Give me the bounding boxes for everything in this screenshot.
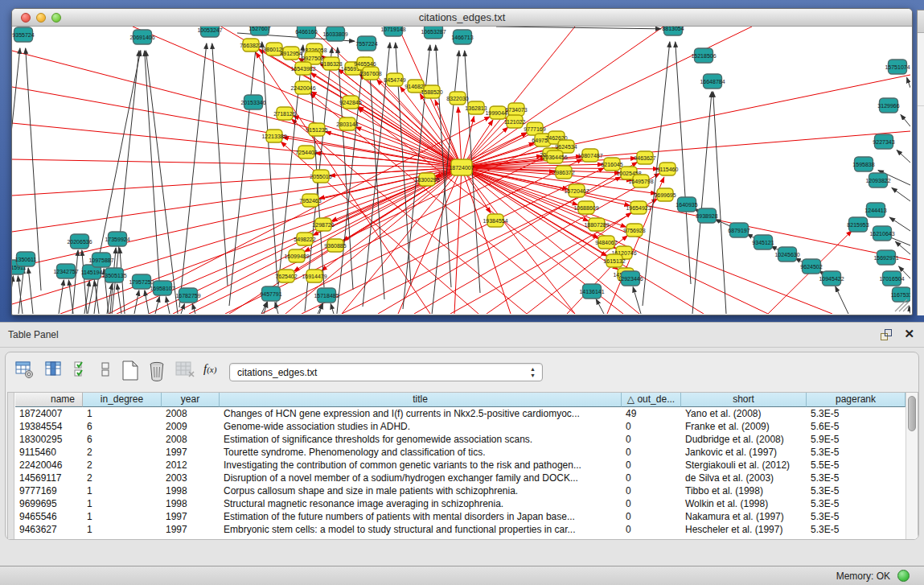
window-minimize-button[interactable] [36,13,46,23]
graph-node-y[interactable]: 10688609 [573,201,598,214]
graph-node-t[interactable]: 14136141 [579,284,604,299]
graph-node-t[interactable]: 17016504 [879,271,904,286]
table-settings-icon[interactable] [15,360,35,380]
graph-node-y[interactable]: 1298726 [312,218,334,231]
graph-node-t[interactable]: 7557224 [355,36,377,51]
graph-node-y[interactable]: 8322030 [446,92,468,105]
graph-node-t[interactable]: 1244413 [864,203,886,217]
column-header-name[interactable]: name [15,393,83,407]
graph-node-y[interactable]: 7952463 [299,194,321,207]
graph-node-t[interactable]: 10245630 [774,247,799,262]
memory-ok-indicator[interactable] [897,570,910,582]
table-row[interactable]: 946554611997Estimation of the future num… [15,510,906,523]
graph-node-y[interactable]: 9242845 [339,96,361,109]
graph-node-t[interactable]: 12923446 [618,271,643,286]
column-header-in_degree[interactable]: in_degree [83,393,162,407]
close-panel-icon[interactable]: ✕ [904,327,914,341]
graph-node-y[interactable]: 1121022 [504,115,526,128]
graph-node-y[interactable]: 2803144 [336,117,358,130]
graph-node-t[interactable]: 10719148 [380,27,405,36]
graph-node-t[interactable]: 9355724 [12,27,34,42]
graph-node-y[interactable]: 9360885 [324,239,346,252]
column-header-title[interactable]: title [220,393,622,407]
graph-node-y[interactable]: 1615132 [603,254,625,267]
network-window-titlebar[interactable]: citations_edges.txt [12,9,912,27]
graph-node-t[interactable]: 1167533 [891,287,910,302]
node-table[interactable]: namein_degreeyeartitle△ out_de...shortpa… [7,392,918,540]
column-header-out_degree[interactable]: △ out_de... [622,393,681,407]
graph-node-t[interactable]: 8215953 [847,217,869,232]
graph-node-t[interactable]: 16958107 [150,281,175,295]
graph-node-t[interactable]: 17359924 [105,232,129,246]
graph-node-y[interactable]: 8454749 [384,73,405,86]
column-header-pagerank[interactable]: pagerank [807,393,906,407]
graph-node-y[interactable]: 5498222 [294,233,315,245]
graph-node-y[interactable]: 1362813 [465,101,487,114]
graph-node-t[interactable]: 10053247 [197,27,222,37]
graph-node-t[interactable]: 1595838 [852,157,874,171]
column-header-short[interactable]: short [681,393,807,407]
graph-node-y[interactable]: 1588520 [421,85,442,98]
float-panel-icon[interactable] [881,329,892,340]
table-row[interactable]: 911546021997Tourette syndrome. Phenomeno… [15,446,906,459]
graph-node-t[interactable]: 16033809 [322,27,347,41]
graph-node-t[interactable]: 6879197 [728,223,749,237]
graph-node-y[interactable]: 6216045 [601,158,622,171]
citation-graph[interactable]: 7663822986012689129541822605899275081654… [12,27,910,314]
graph-node-y[interactable]: 7986372 [552,166,574,179]
table-row[interactable]: 977716911998Corpus callosum shape and si… [15,484,906,497]
table-row[interactable]: 1938455462009Genome-wide association stu… [15,420,906,433]
graph-node-y[interactable]: 9151235 [306,123,327,136]
graph-node-t[interactable]: 15692971 [873,250,898,265]
graph-node-t[interactable]: 10975887 [88,253,113,267]
graph-node-t[interactable]: 15218506 [691,48,716,63]
graph-node-y[interactable]: 2367608 [359,67,381,80]
graph-node-y[interactable]: 9463627 [634,151,655,164]
graph-node-t[interactable]: 15751074 [885,60,910,74]
window-close-button[interactable] [21,13,31,23]
graph-node-t[interactable]: 8938928 [696,208,717,223]
delete-column-trash-icon[interactable] [148,360,167,381]
graph-node-t[interactable]: 16210643 [869,226,894,241]
graph-node-t[interactable]: 12093822 [865,173,890,187]
graph-node-t[interactable]: 15718485 [314,288,339,303]
column-display-icon[interactable] [45,360,64,380]
graph-node-t[interactable]: 1350611 [15,252,37,266]
function-builder-icon[interactable]: f(x) [203,362,216,376]
graph-node-y[interactable]: 9484067 [595,236,617,249]
graph-node-y[interactable]: 18724007 [449,159,474,175]
table-row[interactable]: 1872400712008Changes of HCN gene express… [15,407,906,420]
graph-node-y[interactable]: 6734073 [505,103,527,116]
background-window-sliver[interactable] [917,10,924,315]
graph-node-t[interactable]: 3129966 [877,98,899,113]
column-checklist-icon[interactable] [74,360,92,380]
graph-node-y[interactable]: 8186328 [320,57,342,70]
network-canvas[interactable]: 7663822986012689129541822605899275081654… [12,27,910,314]
window-zoom-button[interactable] [51,13,61,23]
rows-icon[interactable] [101,360,112,380]
graph-node-y[interactable]: 7663822 [240,39,261,51]
table-row[interactable]: 1830029562008Estimation of significance … [15,433,906,446]
graph-node-t[interactable]: 1527607 [248,27,270,35]
table-row[interactable]: 969969511998Structural magnetic resonanc… [15,497,906,510]
graph-node-y[interactable]: 12213389 [261,130,286,142]
table-row[interactable]: 2242004622012Investigating the contribut… [15,459,906,472]
graph-node-t[interactable]: 20691406 [129,30,154,44]
graph-node-y[interactable]: 9756928 [623,224,645,237]
graph-node-y[interactable]: 8912954 [280,47,302,60]
graph-node-y[interactable]: 9699695 [654,188,676,201]
table-vertical-scrollbar[interactable] [906,393,918,540]
graph-node-t[interactable]: 10945422 [819,271,844,286]
graph-node-t[interactable]: 9457791 [260,286,281,301]
table-row[interactable]: 1456911722003Disruption of a novel membe… [15,472,906,484]
graph-node-y[interactable]: 7254402 [295,146,317,159]
graph-node-y[interactable]: 19654923 [626,201,651,214]
table-row[interactable]: 946362711997Embryonic stem cells: a mode… [15,523,906,536]
column-header-year[interactable]: year [162,393,220,407]
graph-node-t[interactable]: 9345121 [752,235,774,249]
graph-node-y[interactable]: 9115460 [657,163,679,175]
graph-node-t[interactable]: 16782759 [175,288,200,303]
graph-node-t[interactable]: 9624502 [800,259,822,274]
graph-node-t[interactable]: 13505135 [101,268,126,282]
graph-node-t[interactable]: 1640935 [676,197,697,212]
